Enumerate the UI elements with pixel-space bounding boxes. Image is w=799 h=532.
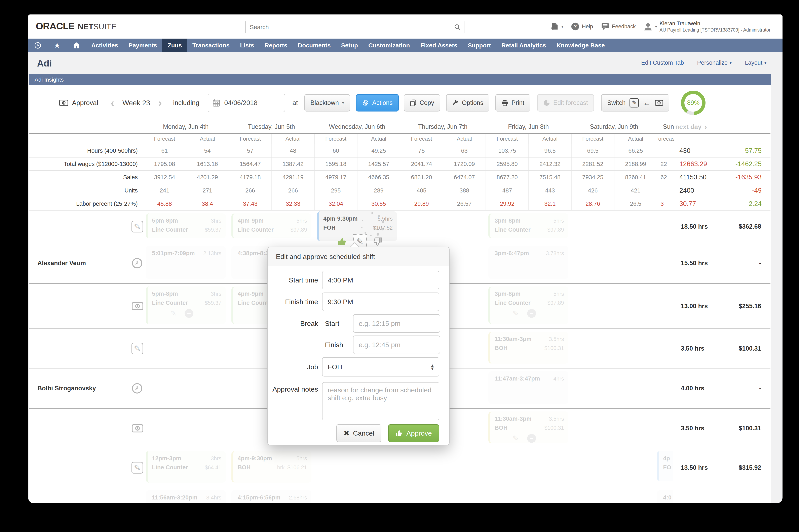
edit-shift-icon[interactable]: ✎: [131, 462, 143, 474]
page-link-layout[interactable]: Layout▾: [745, 59, 766, 66]
nav-item-support[interactable]: Support: [462, 39, 496, 52]
date-input[interactable]: [224, 99, 277, 107]
switch-button[interactable]: Switch ✎ ←: [601, 94, 669, 112]
shortcuts-star-icon[interactable]: ★: [48, 39, 67, 52]
feedback-button[interactable]: Feedback: [601, 22, 636, 31]
options-button[interactable]: Options: [446, 94, 489, 112]
shift-card[interactable]: 5:01pm-7:09pm2.13hrs: [146, 246, 226, 279]
shift-card[interactable]: 4:0: [657, 490, 673, 503]
nav-item-knowledge-base[interactable]: Knowledge Base: [551, 39, 610, 52]
start-time-input[interactable]: [322, 271, 439, 289]
pencil-icon[interactable]: ✎: [170, 309, 177, 318]
user-menu[interactable]: ▾ Kieran Trautwein AU Payroll Leading [T…: [643, 20, 770, 33]
remove-icon[interactable]: −: [185, 309, 194, 318]
search-icon[interactable]: [454, 24, 461, 31]
job-select[interactable]: FOH ▴▾: [322, 357, 439, 377]
stat-value: 1795.08: [143, 157, 186, 170]
nav-item-payments[interactable]: Payments: [123, 39, 162, 52]
date-picker[interactable]: [208, 94, 285, 112]
shift-time: 11:30am-3pm: [495, 335, 532, 344]
stat-value: 69.5: [571, 144, 614, 157]
nav-item-retail-analytics[interactable]: Retail Analytics: [496, 39, 551, 52]
shift-job: BOH: [495, 423, 507, 432]
home-icon[interactable]: [67, 39, 86, 52]
stat-value: 405: [400, 184, 443, 197]
shift-pay-wrap: brk$106.21: [277, 463, 307, 472]
shift-time: 11:47am-3:47pm: [495, 374, 540, 383]
shift-card[interactable]: 4pm-9pm5hrsLine Counter$97.89: [232, 213, 311, 238]
shift-card[interactable]: 4pm-9:30pm5.5hrsFOH$107.52✎: [317, 211, 397, 241]
search-input[interactable]: [246, 24, 454, 31]
nav-item-activities[interactable]: Activities: [86, 39, 123, 52]
job-label: Job: [268, 363, 318, 371]
help-button[interactable]: ? Help: [571, 22, 593, 31]
shift-card[interactable]: 3pm-8pm5hrsLine Counter$97.89: [488, 213, 568, 238]
shift-card[interactable]: 3pm-8pm5hrsLine Counter$97.89✎−: [488, 286, 568, 324]
shift-pay-wrap: $97.89: [547, 299, 564, 307]
approve-button[interactable]: Approve: [388, 424, 439, 442]
pencil-icon[interactable]: ✎: [513, 434, 519, 443]
stat-value: 96.5: [528, 144, 571, 157]
break-start-input[interactable]: [353, 314, 440, 333]
nav-item-reports[interactable]: Reports: [259, 39, 293, 52]
avatar-icon: [643, 22, 653, 31]
shift-time: 4p: [663, 454, 670, 463]
break-start-row: Break Start: [268, 314, 440, 333]
location-dropdown[interactable]: Blacktown▾: [304, 94, 350, 112]
approval-notes-textarea[interactable]: [322, 382, 439, 420]
nav-item-zuus[interactable]: Zuus: [162, 39, 187, 52]
nav-item-setup[interactable]: Setup: [336, 39, 363, 52]
shift-card[interactable]: 11:56am-3:20pm3.4hrs: [146, 490, 226, 503]
edit-forecast-button[interactable]: Edit forecast: [537, 94, 594, 112]
shift-card[interactable]: 5pm-8pm3hrsLine Counter$59.37✎−: [146, 286, 226, 324]
global-search[interactable]: [245, 21, 465, 33]
recent-records-icon[interactable]: [28, 39, 48, 52]
stat-value: 388: [443, 184, 486, 197]
nav-item-transactions[interactable]: Transactions: [187, 39, 235, 52]
nav-item-documents[interactable]: Documents: [293, 39, 336, 52]
shift-time: 4:0: [663, 493, 672, 502]
pencil-icon[interactable]: ✎: [513, 309, 519, 318]
gear-icon: [362, 99, 369, 106]
stats-rows: Hours (400-500hrs)615457486049.257563103…: [29, 144, 770, 211]
next-week-chevron[interactable]: ›: [158, 97, 162, 109]
remove-icon[interactable]: −: [527, 434, 536, 443]
stat-value: 4201.29: [186, 171, 229, 184]
shift-card[interactable]: 12pm-3pm3hrsLine Counter$64.41: [146, 451, 226, 482]
nav-item-lists[interactable]: Lists: [235, 39, 259, 52]
shift-card[interactable]: 11:30am-3pm3.5hrsBOH$100.31✎−: [488, 412, 568, 443]
schedule-toolbar: Approval ‹ Week 23 › including at Blackt…: [29, 85, 771, 120]
shift-card[interactable]: 11:47am-3:47pm4hrs: [488, 371, 568, 404]
cancel-button[interactable]: ✖ Cancel: [337, 424, 381, 442]
help-icon: ?: [571, 22, 579, 31]
shift-time: 12pm-3pm: [152, 454, 181, 463]
nav-item-customization[interactable]: Customization: [363, 39, 415, 52]
shift-card[interactable]: 4pm-9:30pm5hrsBOHbrk$106.21: [232, 451, 311, 482]
prev-week-chevron[interactable]: ‹: [111, 97, 114, 109]
print-button[interactable]: Print: [495, 94, 530, 112]
nav-item-fixed-assets[interactable]: Fixed Assets: [415, 39, 462, 52]
page-link-personalize[interactable]: Personalize▾: [697, 59, 732, 66]
copy-button[interactable]: Copy: [404, 94, 440, 112]
shift-card[interactable]: 4pFO: [657, 451, 673, 481]
shift-hours: 2.68hrs: [286, 494, 307, 502]
page-link-edit-custom-tab[interactable]: Edit Custom Tab: [641, 59, 684, 66]
top-header: ORACLE NETSUITE ▾ ? Help Feedback ▾: [28, 15, 782, 39]
stat-value: 6831.20: [400, 171, 443, 184]
next-day-link[interactable]: next day›: [674, 123, 770, 131]
break-finish-input[interactable]: [353, 336, 440, 354]
shift-edit-icons: ✎−: [513, 434, 564, 443]
edit-shift-icon[interactable]: ✎: [131, 221, 143, 232]
shift-time: 11:30am-3pm: [495, 414, 532, 423]
shift-card[interactable]: 4:15pm-6:56pm2.68hrs: [232, 490, 311, 503]
finish-time-input[interactable]: [322, 292, 439, 311]
shift-card[interactable]: 11:30am-3pm3.5hrsBOH$100.31: [488, 332, 568, 364]
shift-card[interactable]: 5pm-8pm3hrsLine Counter$59.37: [146, 213, 226, 238]
actions-button[interactable]: Actions: [356, 94, 399, 112]
create-new-button[interactable]: ▾: [551, 22, 563, 31]
shift-card[interactable]: 3pm-6:47pm3.78hrs: [488, 246, 568, 279]
remove-icon[interactable]: −: [527, 309, 536, 318]
edit-shift-icon[interactable]: ✎: [131, 343, 143, 355]
shift-job: Line Count: [238, 298, 268, 307]
shift-pay: $97.89: [547, 300, 564, 306]
